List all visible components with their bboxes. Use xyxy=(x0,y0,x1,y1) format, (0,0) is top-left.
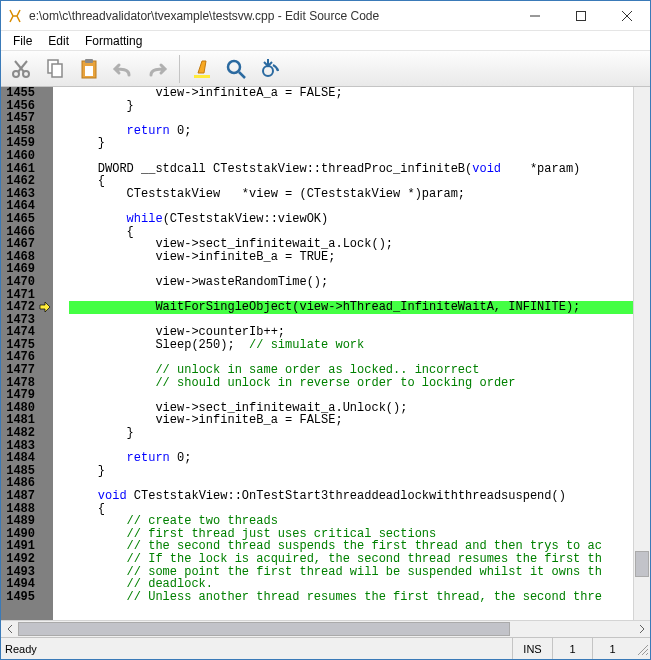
code-line[interactable]: Sleep(250); // simulate work xyxy=(69,339,633,352)
code-line[interactable]: CTeststakView *view = (CTeststakView *)p… xyxy=(69,188,633,201)
gutter-cell xyxy=(53,150,69,163)
marker-cell xyxy=(37,553,53,566)
gutter-cell xyxy=(53,364,69,377)
vertical-scrollbar[interactable] xyxy=(633,87,650,620)
marker-cell xyxy=(37,351,53,364)
code-line[interactable]: view->infiniteA_a = FALSE; xyxy=(69,87,633,100)
code-line[interactable] xyxy=(69,389,633,402)
line-number: 1487 xyxy=(1,490,35,503)
gutter-cell xyxy=(53,465,69,478)
gutter-cell xyxy=(53,351,69,364)
code-content[interactable]: view->infiniteA_a = FALSE; } return 0; }… xyxy=(69,87,633,620)
marker-cell xyxy=(37,427,53,440)
line-number: 1455 xyxy=(1,87,35,100)
code-line[interactable]: return 0; xyxy=(69,125,633,138)
find-button[interactable] xyxy=(220,53,252,85)
marker-cell xyxy=(37,251,53,264)
svg-rect-12 xyxy=(85,66,93,76)
code-line[interactable]: WaitForSingleObject(view->hThread_Infini… xyxy=(69,301,633,314)
window-title: e:\om\c\threadvalidator\tvexample\testsv… xyxy=(29,9,512,23)
cut-button[interactable] xyxy=(5,53,37,85)
marker-cell xyxy=(37,137,53,150)
marker-cell xyxy=(37,566,53,579)
svg-point-16 xyxy=(263,66,273,76)
marker-cell xyxy=(37,377,53,390)
editor[interactable]: 1455145614571458145914601461146214631464… xyxy=(1,87,650,620)
copy-button[interactable] xyxy=(39,53,71,85)
svg-rect-13 xyxy=(194,75,210,78)
code-line[interactable]: } xyxy=(69,427,633,440)
gutter-cell xyxy=(53,414,69,427)
code-line[interactable]: void CTeststakView::OnTestStart3threadde… xyxy=(69,490,633,503)
marker-cell xyxy=(37,175,53,188)
line-number: 1467 xyxy=(1,238,35,251)
gutter-cell xyxy=(53,226,69,239)
marker-cell xyxy=(37,490,53,503)
line-number: 1479 xyxy=(1,389,35,402)
marker-cell xyxy=(37,226,53,239)
gutter-cell xyxy=(53,200,69,213)
code-line[interactable]: // should unlock in reverse order to loc… xyxy=(69,377,633,390)
code-line[interactable]: return 0; xyxy=(69,452,633,465)
line-number: 1457 xyxy=(1,112,35,125)
code-line[interactable]: } xyxy=(69,137,633,150)
goto-button[interactable] xyxy=(254,53,286,85)
gutter-cell xyxy=(53,402,69,415)
marker-cell xyxy=(37,339,53,352)
code-line[interactable]: view->wasteRandomTime(); xyxy=(69,276,633,289)
code-line[interactable]: } xyxy=(69,100,633,113)
gutter-cell xyxy=(53,125,69,138)
code-line[interactable]: } xyxy=(69,465,633,478)
menu-edit[interactable]: Edit xyxy=(40,32,77,50)
horizontal-scroll-track[interactable] xyxy=(18,621,633,637)
scroll-left-arrow[interactable] xyxy=(1,621,18,637)
horizontal-scroll-thumb[interactable] xyxy=(18,622,510,636)
paste-button[interactable] xyxy=(73,53,105,85)
app-icon xyxy=(7,8,23,24)
line-number: 1462 xyxy=(1,175,35,188)
code-line[interactable]: view->infiniteB_a = TRUE; xyxy=(69,251,633,264)
marker-cell xyxy=(37,314,53,327)
line-number: 1460 xyxy=(1,150,35,163)
marker-cell xyxy=(37,389,53,402)
gutter-cell xyxy=(53,213,69,226)
gutter-cell xyxy=(53,276,69,289)
titlebar[interactable]: e:\om\c\threadvalidator\tvexample\testsv… xyxy=(1,1,650,31)
resize-grip[interactable] xyxy=(632,641,650,657)
maximize-button[interactable] xyxy=(558,1,604,30)
marker-cell xyxy=(37,289,53,302)
menu-file[interactable]: File xyxy=(5,32,40,50)
code-line[interactable]: view->infiniteB_a = FALSE; xyxy=(69,414,633,427)
gutter-cell xyxy=(53,515,69,528)
vertical-scroll-thumb[interactable] xyxy=(635,551,649,578)
code-line[interactable]: { xyxy=(69,175,633,188)
code-line[interactable] xyxy=(69,150,633,163)
highlight-button[interactable] xyxy=(186,53,218,85)
close-button[interactable] xyxy=(604,1,650,30)
gutter-cell xyxy=(53,427,69,440)
gutter-cell xyxy=(53,301,69,314)
menu-formatting[interactable]: Formatting xyxy=(77,32,150,50)
svg-line-19 xyxy=(646,653,648,655)
code-line[interactable]: while(CTeststakView::viewOK) xyxy=(69,213,633,226)
undo-button[interactable] xyxy=(107,53,139,85)
gutter-cell xyxy=(53,251,69,264)
horizontal-scrollbar[interactable] xyxy=(1,620,650,637)
marker-cell xyxy=(37,112,53,125)
code-line[interactable]: view->sect_infinitewait_a.Lock(); xyxy=(69,238,633,251)
line-number: 1489 xyxy=(1,515,35,528)
gutter-cell xyxy=(53,339,69,352)
gutter-cell xyxy=(53,566,69,579)
minimize-button[interactable] xyxy=(512,1,558,30)
code-line[interactable]: // Unless another thread resumes the fir… xyxy=(69,591,633,604)
marker-cell xyxy=(37,591,53,604)
window-controls xyxy=(512,1,650,30)
redo-button[interactable] xyxy=(141,53,173,85)
code-line[interactable]: DWORD __stdcall CTeststakView::threadPro… xyxy=(69,163,633,176)
scroll-right-arrow[interactable] xyxy=(633,621,650,637)
marker-cell xyxy=(37,188,53,201)
gutter-cell xyxy=(53,137,69,150)
line-number-gutter: 1455145614571458145914601461146214631464… xyxy=(1,87,37,620)
gutter-cell xyxy=(53,175,69,188)
current-line-arrow-icon xyxy=(39,302,51,312)
